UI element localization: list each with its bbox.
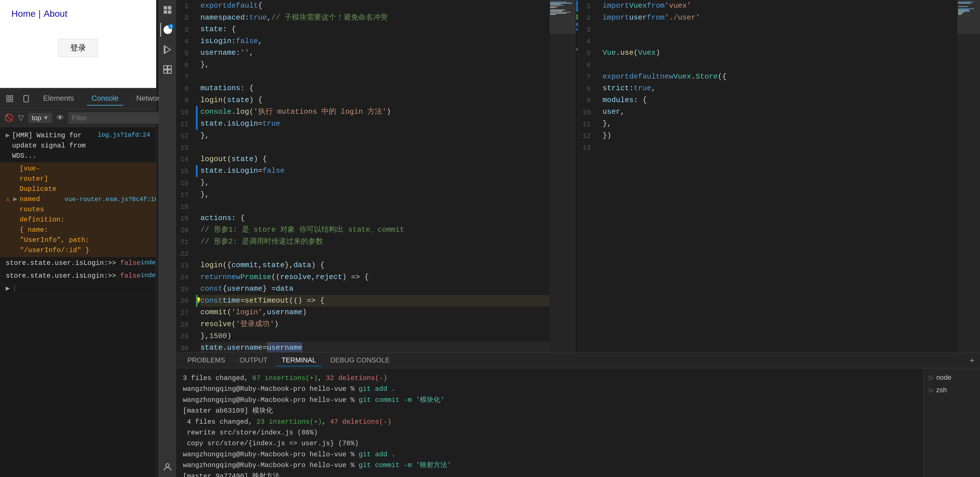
terminal-line: rewrite src/store/index.js (86%) [183,427,916,438]
code-line-29: }, 1500) [200,330,550,342]
code-line-3: state: { [200,24,550,35]
line-num: 5 [578,48,595,60]
context-dropdown-arrow: ▼ [43,114,49,121]
svg-rect-10 [168,66,172,69]
line-num: 1 [176,0,193,13]
line-num: 15 [176,166,193,177]
context-label: top [32,114,41,122]
line-num: 6 [176,60,193,71]
line-num: 8 [176,83,193,95]
expand-icon: ▶ [6,130,10,141]
svg-rect-11 [164,70,167,73]
new-terminal-button[interactable]: + [970,356,974,365]
code-line-30: state.username = username [200,342,550,352]
code-line-r11: }, [603,118,958,130]
line-num: 12 [578,130,595,143]
console-prompt-line: ▶ | [0,282,156,295]
console-source-link[interactable]: log.js?1afd:24 [98,130,150,140]
line-num: 28 [176,319,193,331]
line-num: 20 [176,225,193,236]
terminal-line: wangzhongqing@Ruby-Macbook-pro hello-vue… [183,460,916,471]
right-code-lines[interactable]: import Vuex from 'vuex' import user from… [600,0,958,352]
line-num: 8 [578,83,595,95]
code-line-r8: strict: true, [603,82,958,94]
svg-rect-8 [164,46,165,54]
console-line: ▶ [HMR] Waiting for update signal from W… [0,129,156,163]
right-line-numbers: 1 2 3 4 5 6 7 8 9 10 11 12 13 [578,0,598,352]
code-line-25: const { username } = data [200,283,550,295]
svg-rect-3 [7,99,9,101]
code-line-16: }, [200,177,550,189]
line-num: 4 [578,36,595,48]
code-line-5: username: '', [200,47,550,59]
vue-router-link[interactable]: vue-router.esm.js?8c4f:16 [64,195,156,204]
prompt-cursor: | [13,284,16,294]
terminal-line: wangzhongqing@Ruby-Macbook-pro hello-vue… [183,395,916,406]
extensions-icon[interactable]: 4 [161,23,175,37]
context-dropdown[interactable]: top ▼ [29,113,52,123]
account-icon[interactable] [161,460,175,474]
extensions-grid-icon[interactable] [161,62,175,76]
code-line-27: commit('login', username) [200,307,550,319]
login-button[interactable]: 登录 [59,39,98,57]
code-line-1: export default { [200,0,550,12]
line-num: 17 [176,189,193,201]
line-num: 11 [578,119,595,130]
svg-rect-12 [168,70,172,73]
line-num: 14 [176,154,193,166]
devtools-toolbar: Elements Console Network Vue Sources » [0,89,156,109]
extensions-badge: 4 [169,24,173,29]
tab-elements[interactable]: Elements [38,92,78,106]
clear-console-button[interactable]: 🚫 [5,113,14,122]
run-icon[interactable] [161,43,175,57]
warning-subtext: "UserInfo", path: "/userInfo/:id" } [6,235,150,255]
store-source-link-1[interactable]: index.js?a18c:61 [140,258,156,268]
tab-terminal[interactable]: TERMINAL [276,355,321,366]
filter-toggle-button[interactable]: ▽ [18,113,24,122]
device-icon[interactable] [22,93,30,104]
line-num: 7 [578,71,595,83]
code-line-23: login({ commit, state }, data) { [200,260,550,271]
code-line-28: resolve('登录成功') [200,319,550,330]
watch-expression-button[interactable]: 👁 [57,113,64,122]
svg-marker-7 [165,46,170,54]
home-link[interactable]: Home [11,8,35,19]
code-line-24: return new Promise((resolve, reject) => … [200,271,550,283]
line-num: 22 [176,248,193,260]
line-num: 18 [176,201,193,213]
node-label: node [936,374,951,382]
about-link[interactable]: About [44,8,68,19]
terminal-node-item[interactable]: ▷ node [923,371,980,384]
lightbulb-icon[interactable]: 💡 [197,296,202,306]
expand-icon-2: ▶ [13,194,17,204]
terminal-main[interactable]: 3 files changed, 67 insertions(+), 32 de… [176,368,923,477]
left-line-numbers: 1 2 3 4 5 6 7 8 9 10 11 12 13 14 [176,0,196,352]
tab-output[interactable]: OUTPUT [234,355,273,366]
left-code-lines[interactable]: export default { namespaced: true, // 子模… [197,0,550,352]
store-log-1: store.state.user.isLogin:>> [6,258,120,268]
right-code-content: 1 2 3 4 5 6 7 8 9 10 11 12 13 [578,0,980,352]
code-line-8: mutations: { [200,82,550,94]
inspect-icon[interactable] [6,93,14,104]
code-line-7 [200,71,550,83]
tab-console[interactable]: Console [87,92,123,106]
code-line-6: }, [200,59,550,71]
svg-rect-2 [10,99,13,101]
terminal-content: 3 files changed, 67 insertions(+), 32 de… [176,368,980,477]
line-num: 21 [176,236,193,249]
left-code-content: 1 2 3 4 5 6 7 8 9 10 11 12 13 14 [176,0,578,352]
warning-indicator: ⚠ [6,194,10,204]
warning-text: [vue-router] Duplicate named routes defi… [19,164,64,235]
tab-debug-console[interactable]: DEBUG CONSOLE [325,355,395,366]
tab-problems[interactable]: PROBLEMS [182,355,231,366]
explorer-icon[interactable] [161,3,175,17]
editor-panes: 1 2 3 4 5 6 7 8 9 10 11 12 13 14 [176,0,980,352]
terminal-item-icon: ▷ [929,374,934,381]
store-log-2: store.state.user.isLogin:>> [6,271,120,281]
terminal-item-icon-2: ▷ [929,387,934,393]
filter-input[interactable] [68,112,160,124]
svg-rect-1 [10,95,13,98]
store-source-link-2[interactable]: index.js?a18c:61 [140,271,156,280]
terminal-zsh-item[interactable]: ▷ zsh [923,384,980,396]
terminal-line: [master 9a77490] 映射方法 [183,471,916,477]
